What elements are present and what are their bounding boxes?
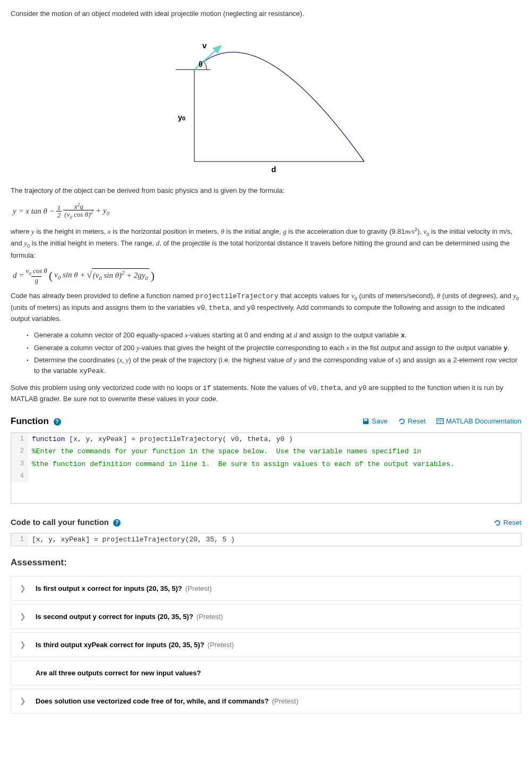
assessment-item[interactable]: ❯ Is second output y correct for inputs …	[11, 604, 521, 629]
assessment-item[interactable]: ❯ Are all three outputs correct for new …	[11, 660, 521, 685]
para-solve: Solve this problem using only vectorized…	[11, 383, 521, 404]
formula-range: d = v0 cos θ g ( v0 sin θ + √ (v0 sin θ)…	[13, 267, 521, 284]
reset-icon	[494, 519, 501, 527]
para-where: where y is the height in meters, x is th…	[11, 226, 521, 260]
d-label: d	[271, 165, 276, 173]
call-code-editor[interactable]: 1[x, y, xyPeak] = projectileTrajectory(2…	[11, 533, 521, 547]
bullet-1: Generate a column vector of 200 equally-…	[27, 330, 521, 341]
chevron-right-icon: ❯	[20, 611, 26, 622]
formula-trajectory: y = x tan θ − 1 2 x2g (v0 cos θ)2 + y0	[13, 202, 521, 220]
save-icon	[362, 418, 370, 425]
function-heading: Function ?	[11, 414, 61, 428]
help-icon[interactable]: ?	[113, 519, 121, 527]
assessment-item[interactable]: ❯ Is first output x correct for inputs (…	[11, 576, 521, 601]
projectile-diagram: v θ y₀ d	[149, 24, 383, 173]
function-code-editor[interactable]: 1function [x, y, xyPeak] = projectileTra…	[11, 433, 521, 504]
help-icon[interactable]: ?	[54, 418, 61, 426]
task-bullets: Generate a column vector of 200 equally-…	[11, 330, 521, 376]
assessment-list: ❯ Is first output x correct for inputs (…	[11, 576, 521, 714]
assessment-item[interactable]: ❯ Does solution use vectorized code free…	[11, 689, 521, 714]
reset-button[interactable]: Reset	[398, 416, 426, 427]
chevron-right-icon: ❯	[20, 583, 26, 594]
y0-label: y₀	[178, 113, 185, 122]
reset-icon	[398, 418, 406, 425]
para-trajectory-intro: The trajectory of the object can be deri…	[11, 185, 521, 196]
v-label: v	[202, 41, 207, 50]
assessment-item[interactable]: ❯ Is third output xyPeak correct for inp…	[11, 632, 521, 657]
chevron-right-icon: ❯	[20, 639, 26, 650]
docs-button[interactable]: MATLAB Documentation	[436, 416, 521, 427]
chevron-right-icon: ❯	[20, 696, 26, 707]
call-heading: Code to call your function ?	[11, 516, 121, 529]
intro-text: Consider the motion of an object modeled…	[11, 9, 521, 19]
bullet-3: Determine the coordinates (x, y) of the …	[27, 355, 521, 376]
bullet-2: Generate a column vector of 200 y-values…	[27, 343, 521, 353]
save-button[interactable]: Save	[362, 416, 388, 427]
para-code-provided: Code has already been provided to define…	[11, 291, 521, 324]
assessment-heading: Assessment:	[11, 556, 521, 570]
diagram-container: v θ y₀ d	[11, 24, 521, 176]
docs-icon	[436, 418, 444, 425]
reset-call-button[interactable]: Reset	[494, 518, 521, 528]
theta-label: θ	[199, 60, 203, 69]
